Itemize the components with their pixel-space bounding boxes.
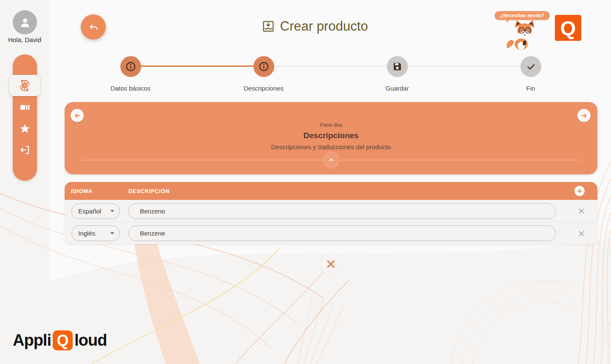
info-icon xyxy=(258,61,270,72)
close-wizard-button[interactable] xyxy=(320,253,342,275)
banner-next-button[interactable] xyxy=(577,109,591,122)
close-x-icon xyxy=(325,259,336,270)
step-fin[interactable] xyxy=(520,56,541,77)
table-header: IDIOMA DESCRIPCIÓN xyxy=(65,182,597,200)
brand-logo-letter: Q xyxy=(560,16,576,40)
table-row-espanol: Español xyxy=(65,200,597,222)
stepper-connector-1 xyxy=(141,65,254,67)
greeting-text: Hola, David xyxy=(3,36,46,43)
save-icon xyxy=(392,61,403,72)
language-select-0-value: Español xyxy=(78,208,101,215)
info-icon xyxy=(125,61,136,72)
page-title-text: Crear producto xyxy=(280,19,368,34)
step-label-fin: Fin xyxy=(494,85,567,92)
page-title: Crear producto xyxy=(183,19,446,34)
column-header-descripcion: DESCRIPCIÓN xyxy=(128,188,170,194)
stepper-connector-2 xyxy=(274,66,387,67)
plus-icon xyxy=(577,188,583,194)
column-header-idioma: IDIOMA xyxy=(71,188,128,194)
step-datos-basicos[interactable] xyxy=(120,56,141,77)
logout-icon xyxy=(19,144,31,156)
description-input-0[interactable] xyxy=(128,203,556,219)
chevron-down-icon xyxy=(110,210,114,214)
sidebar xyxy=(13,54,37,181)
star-icon xyxy=(19,123,31,134)
banner-prev-button[interactable] xyxy=(71,109,84,122)
banner-subtitle: Descripciones y traducciones del product… xyxy=(65,143,597,151)
undo-arrow-icon xyxy=(88,21,99,33)
close-icon xyxy=(577,207,585,215)
brand-logo[interactable]: Q xyxy=(555,15,581,41)
banner-step-label: Paso dos xyxy=(65,122,597,128)
back-button[interactable] xyxy=(81,14,106,40)
sidebar-item-logout[interactable] xyxy=(19,144,31,156)
step-label-guardar: Guardar xyxy=(361,85,433,92)
descriptions-table: IDIOMA DESCRIPCIÓN Español Inglés xyxy=(65,182,597,244)
language-select-0[interactable]: Español xyxy=(71,203,120,219)
check-icon xyxy=(526,61,537,72)
arrow-left-icon xyxy=(74,112,81,119)
arrow-right-icon xyxy=(580,112,588,119)
description-input-1[interactable] xyxy=(128,225,556,241)
chevron-up-icon xyxy=(327,156,335,164)
sidebar-item-favorites[interactable] xyxy=(19,123,31,134)
footer-logo-q: Q xyxy=(53,330,73,350)
language-select-1-value: Inglés xyxy=(78,230,95,237)
language-select-1[interactable]: Inglés xyxy=(71,225,120,241)
footer-logo-post: loud xyxy=(74,331,107,350)
sidebar-item-processes[interactable] xyxy=(9,75,40,96)
delete-row-0-button[interactable] xyxy=(577,207,585,215)
footer-logo-pre: Appli xyxy=(13,331,51,350)
footer-brand-logo: Appli Q loud xyxy=(13,330,107,350)
ticket-icon xyxy=(19,102,31,113)
banner-title: Descripciones xyxy=(65,131,597,140)
sidebar-item-tickets[interactable] xyxy=(19,102,31,113)
step-descripciones[interactable] xyxy=(253,56,274,77)
table-row-ingles: Inglés xyxy=(65,222,597,244)
chevron-down-icon xyxy=(110,232,114,236)
fox-mascot xyxy=(504,19,537,53)
delete-row-1-button[interactable] xyxy=(577,229,585,238)
step-banner: Paso dos Descripciones Descripciones y t… xyxy=(65,102,597,174)
user-avatar[interactable] xyxy=(13,10,37,34)
stepper-connector-3 xyxy=(407,66,521,67)
close-icon xyxy=(577,230,585,238)
banner-collapse-button[interactable] xyxy=(324,153,338,167)
step-guardar[interactable] xyxy=(387,56,408,77)
product-box-icon xyxy=(261,20,275,33)
gear-sync-icon xyxy=(18,79,31,92)
step-label-descripciones: Descripciones xyxy=(227,85,300,92)
person-icon xyxy=(18,15,32,30)
add-row-button[interactable] xyxy=(574,186,585,196)
step-label-datos-basicos: Datos básicos xyxy=(94,85,167,92)
